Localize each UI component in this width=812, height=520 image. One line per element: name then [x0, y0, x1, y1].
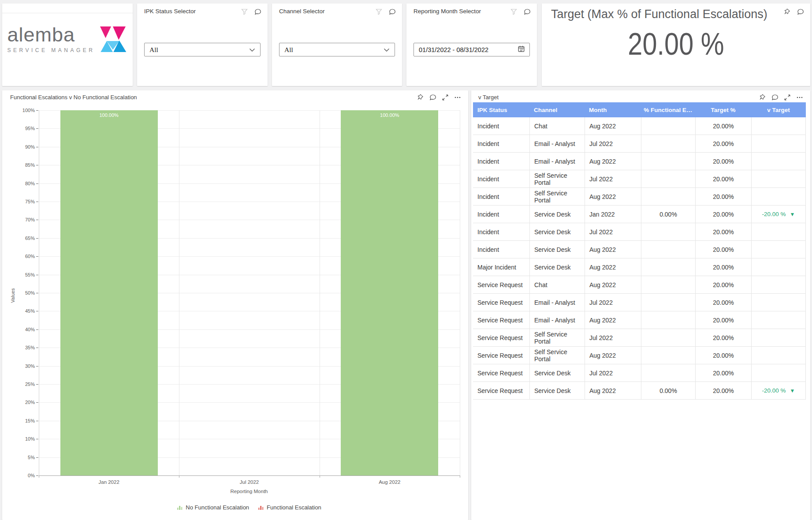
- y-tick-label: 50%: [17, 290, 35, 296]
- column-header-channel[interactable]: Channel: [529, 102, 585, 117]
- reporting-month-range-value: 01/31/2022 - 08/31/2022: [419, 46, 488, 53]
- channel-selector-card: Channel Selector All: [272, 4, 402, 86]
- table-row[interactable]: IncidentSelf Service PortalJul 202220.00…: [473, 170, 806, 188]
- y-tick-label: 100%: [17, 108, 35, 113]
- mini-bar-chart-icon: [177, 505, 183, 510]
- table-row[interactable]: IncidentEmail - AnalystJul 202220.00%: [473, 135, 806, 153]
- column-header-pct_functional[interactable]: % Functional E…: [641, 102, 695, 117]
- bar-jan-2022[interactable]: [60, 110, 158, 475]
- bar-aug-2022[interactable]: [341, 110, 438, 475]
- cell-month: Aug 2022: [585, 241, 641, 258]
- cell-pct_functional: [641, 258, 695, 276]
- more-options-icon[interactable]: [796, 94, 803, 101]
- cell-month: Jul 2022: [585, 329, 641, 346]
- x-axis-title: Reporting Month: [230, 489, 268, 494]
- cell-target_pct: 20.00%: [695, 347, 751, 364]
- y-tick-label: 15%: [17, 418, 35, 423]
- ipk-status-selector-title: IPK Status Selector: [144, 8, 196, 15]
- comment-icon[interactable]: [523, 8, 531, 15]
- table-row[interactable]: Service RequestSelf Service PortalJul 20…: [473, 329, 806, 347]
- y-tick-label: 95%: [17, 126, 35, 131]
- y-tick-label: 80%: [17, 181, 35, 186]
- cell-v_target: [751, 223, 806, 240]
- table-row[interactable]: IncidentService DeskAug 202220.00%: [473, 241, 806, 258]
- y-tick-mark: [36, 366, 38, 367]
- y-tick-mark: [36, 402, 38, 403]
- column-header-ipk_status[interactable]: IPK Status: [473, 102, 529, 117]
- cell-v_target: [751, 311, 806, 329]
- column-header-target_pct[interactable]: Target %: [695, 102, 751, 117]
- legend-item[interactable]: Functional Escalation: [258, 504, 321, 511]
- table-row[interactable]: IncidentEmail - AnalystAug 202220.00%: [473, 153, 806, 170]
- cell-ipk_status: Incident: [473, 170, 529, 187]
- y-tick-label: 55%: [17, 272, 35, 277]
- table-row[interactable]: Service RequestEmail - AnalystAug 202220…: [473, 311, 806, 329]
- cell-ipk_status: Service Request: [473, 294, 529, 311]
- y-tick-label: 5%: [17, 455, 35, 460]
- pin-icon[interactable]: [759, 94, 766, 101]
- table-row[interactable]: IncidentSelf Service PortalAug 202220.00…: [473, 188, 806, 206]
- y-tick-label: 45%: [17, 308, 35, 314]
- legend-label: Functional Escalation: [267, 504, 321, 511]
- cell-v_target: [751, 153, 806, 170]
- cell-month: Jul 2022: [585, 170, 641, 187]
- x-gridline: [320, 110, 320, 475]
- table-row[interactable]: IncidentChatAug 202220.00%: [473, 117, 806, 135]
- table-row[interactable]: Service RequestSelf Service PortalAug 20…: [473, 347, 806, 364]
- legend-item[interactable]: No Functional Escalation: [177, 504, 249, 511]
- table-row[interactable]: Service RequestService DeskAug 20220.00%…: [473, 382, 806, 400]
- logo-card-header-strip: [2, 4, 133, 13]
- legend-label: No Functional Escalation: [186, 504, 249, 511]
- table-row[interactable]: Major IncidentService DeskAug 202220.00%: [473, 258, 806, 276]
- cell-v_target: -20.00 %▼: [751, 206, 806, 223]
- comment-icon[interactable]: [771, 94, 778, 101]
- cell-target_pct: 20.00%: [695, 294, 751, 311]
- ipk-status-select[interactable]: All: [144, 43, 261, 56]
- cell-target_pct: 20.00%: [695, 382, 751, 399]
- y-tick-mark: [36, 202, 38, 202]
- column-header-v_target[interactable]: v Target: [751, 102, 806, 117]
- comment-icon[interactable]: [388, 8, 396, 15]
- ipk-status-selector-card: IPK Status Selector All: [137, 4, 268, 86]
- comment-icon[interactable]: [797, 8, 804, 15]
- table-row[interactable]: IncidentService DeskJul 202220.00%: [473, 223, 806, 241]
- cell-target_pct: 20.00%: [695, 188, 751, 205]
- column-header-month[interactable]: Month: [585, 102, 641, 117]
- y-tick-label: 60%: [17, 254, 35, 259]
- cell-pct_functional: [641, 117, 695, 135]
- cell-pct_functional: [641, 135, 695, 152]
- cell-v_target: [751, 188, 806, 205]
- table-row[interactable]: Service RequestChatAug 202220.00%: [473, 276, 806, 294]
- reporting-month-selector-card: Reporting Month Selector 01/31/2022 - 08…: [406, 4, 537, 86]
- y-tick-mark: [36, 183, 38, 184]
- expand-icon[interactable]: [783, 94, 791, 101]
- cell-ipk_status: Incident: [473, 188, 529, 205]
- pin-icon[interactable]: [783, 8, 791, 15]
- cell-pct_functional: [641, 241, 695, 258]
- x-tick-mark: [320, 475, 320, 478]
- y-tick-mark: [36, 348, 38, 348]
- cell-target_pct: 20.00%: [695, 153, 751, 170]
- cell-month: Jul 2022: [585, 135, 641, 152]
- cell-target_pct: 20.00%: [695, 170, 751, 187]
- table-row[interactable]: IncidentService DeskJan 20220.00%20.00%-…: [473, 206, 806, 223]
- cell-month: Aug 2022: [585, 276, 641, 293]
- table-row[interactable]: Service RequestEmail - AnalystJul 202220…: [473, 294, 806, 311]
- cell-v_target: [751, 276, 806, 293]
- channel-select[interactable]: All: [279, 43, 395, 56]
- cell-month: Jul 2022: [585, 223, 641, 240]
- table-row[interactable]: Service RequestService DeskJul 202220.00…: [473, 364, 806, 382]
- filter-icon[interactable]: [375, 8, 383, 15]
- filter-icon[interactable]: [241, 8, 248, 15]
- cell-target_pct: 20.00%: [695, 135, 751, 152]
- comment-icon[interactable]: [254, 8, 261, 15]
- cell-target_pct: 20.00%: [695, 276, 751, 293]
- reporting-month-range-input[interactable]: 01/31/2022 - 08/31/2022: [413, 43, 530, 56]
- filter-icon[interactable]: [510, 8, 518, 15]
- target-kpi-card: Target (Max % of Functional Escalations)…: [542, 4, 810, 86]
- cell-v_target: [751, 329, 806, 346]
- cell-v_target: [751, 364, 806, 382]
- cell-month: Aug 2022: [585, 153, 641, 170]
- x-tick-mark: [39, 475, 39, 478]
- cell-channel: Email - Analyst: [529, 294, 585, 311]
